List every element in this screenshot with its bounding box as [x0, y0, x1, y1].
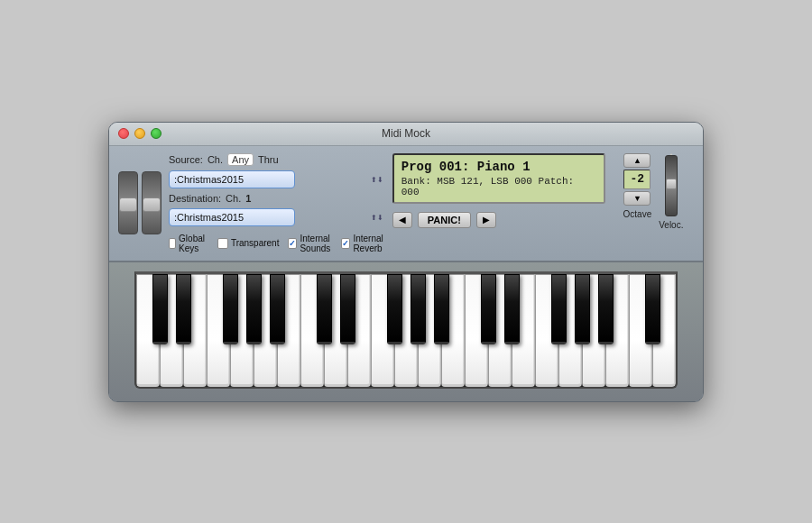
black-key[interactable] — [340, 274, 355, 344]
transparent-item[interactable]: Transparent — [217, 238, 280, 249]
dest-ch-label: Ch. — [226, 193, 241, 204]
traffic-lights — [118, 128, 161, 139]
black-key[interactable] — [434, 274, 449, 344]
black-key[interactable] — [176, 274, 191, 344]
maximize-button[interactable] — [151, 128, 161, 139]
veloc-track-wrap — [665, 155, 678, 216]
black-key[interactable] — [152, 274, 168, 344]
program-display: Prog 001: Piano 1 Bank: MSB 121, LSB 000… — [392, 153, 605, 204]
controls-area: Source: Ch. Any Thru :Christmas2015 Dest… — [109, 146, 703, 262]
source-dropdown[interactable]: :Christmas2015 — [169, 170, 295, 188]
program-name: Prog 001: Piano 1 — [401, 160, 596, 174]
black-key[interactable] — [387, 274, 402, 344]
dest-dropdown-wrap[interactable]: :Christmas2015 — [169, 208, 385, 226]
octave-up-button[interactable]: ▲ — [623, 153, 651, 168]
program-display-section: Prog 001: Piano 1 Bank: MSB 121, LSB 000… — [392, 153, 605, 253]
next-program-button[interactable]: ▶ — [476, 212, 496, 228]
black-key[interactable] — [504, 274, 520, 344]
transparent-checkbox[interactable] — [217, 238, 228, 249]
program-bank: Bank: MSB 121, LSB 000 Patch: 000 — [401, 176, 596, 197]
global-keys-label: Global Keys — [179, 234, 208, 253]
black-key[interactable] — [223, 274, 238, 344]
slider-left[interactable] — [118, 171, 138, 234]
source-row: Source: Ch. Any Thru — [169, 153, 385, 166]
slider-right[interactable] — [142, 171, 161, 234]
black-key[interactable] — [411, 274, 426, 344]
keys-wrapper — [136, 274, 676, 387]
prev-program-button[interactable]: ◀ — [392, 212, 412, 228]
keyboard-area — [109, 262, 703, 401]
veloc-label: Veloc. — [659, 220, 683, 230]
title-bar: Midi Mock — [109, 123, 703, 146]
internal-sounds-item[interactable]: Internal Sounds — [288, 234, 332, 253]
octave-down-button[interactable]: ▼ — [623, 191, 651, 206]
app-window: Midi Mock Source: Ch. Any Thru :Christma… — [108, 122, 704, 402]
dest-label: Destination: — [169, 193, 221, 204]
octave-label: Octave — [623, 209, 652, 219]
window-title: Midi Mock — [382, 127, 430, 140]
octave-veloc-row: ▲ -2 ▼ Octave Veloc. — [623, 153, 684, 230]
black-key[interactable] — [246, 274, 262, 344]
internal-reverb-label: Internal Reverb — [353, 234, 384, 253]
black-key[interactable] — [317, 274, 332, 344]
global-keys-checkbox[interactable] — [169, 238, 176, 249]
dest-ch-value: 1 — [245, 193, 251, 204]
source-dropdown-wrap[interactable]: :Christmas2015 — [169, 170, 385, 188]
thru-label: Thru — [258, 154, 279, 165]
black-key[interactable] — [551, 274, 567, 344]
close-button[interactable] — [118, 128, 129, 139]
slider-right-thumb[interactable] — [143, 197, 161, 212]
piano-keyboard — [134, 271, 678, 389]
dest-dropdown[interactable]: :Christmas2015 — [169, 208, 295, 226]
slider-left-thumb[interactable] — [119, 197, 137, 212]
black-key[interactable] — [645, 274, 660, 344]
black-key[interactable] — [270, 274, 285, 344]
octave-value: -2 — [623, 170, 651, 189]
transparent-label: Transparent — [231, 238, 280, 248]
veloc-track[interactable] — [665, 155, 678, 216]
internal-reverb-checkbox[interactable] — [341, 238, 350, 249]
source-ch-label: Ch. — [208, 154, 223, 165]
panic-button[interactable]: PANIC! — [418, 212, 471, 228]
right-controls: ▲ -2 ▼ Octave Veloc. — [613, 153, 694, 253]
black-key[interactable] — [598, 274, 614, 344]
global-keys-item[interactable]: Global Keys — [169, 234, 208, 253]
dest-row: Destination: Ch. 1 — [169, 193, 385, 204]
left-sliders — [118, 153, 161, 253]
minimize-button[interactable] — [134, 128, 145, 139]
black-key[interactable] — [575, 274, 590, 344]
octave-col: ▲ -2 ▼ Octave — [623, 153, 652, 219]
middle-controls: Source: Ch. Any Thru :Christmas2015 Dest… — [169, 153, 385, 253]
source-label: Source: — [169, 154, 203, 165]
veloc-thumb[interactable] — [666, 179, 677, 189]
internal-sounds-checkbox[interactable] — [288, 238, 297, 249]
internal-sounds-label: Internal Sounds — [300, 234, 332, 253]
program-controls: ◀ PANIC! ▶ — [392, 212, 605, 228]
any-badge: Any — [227, 153, 254, 166]
veloc-slider-container: Veloc. — [659, 153, 683, 230]
checkbox-row: Global Keys Transparent Internal Sounds … — [169, 234, 385, 253]
internal-reverb-item[interactable]: Internal Reverb — [341, 234, 384, 253]
black-key[interactable] — [481, 274, 496, 344]
